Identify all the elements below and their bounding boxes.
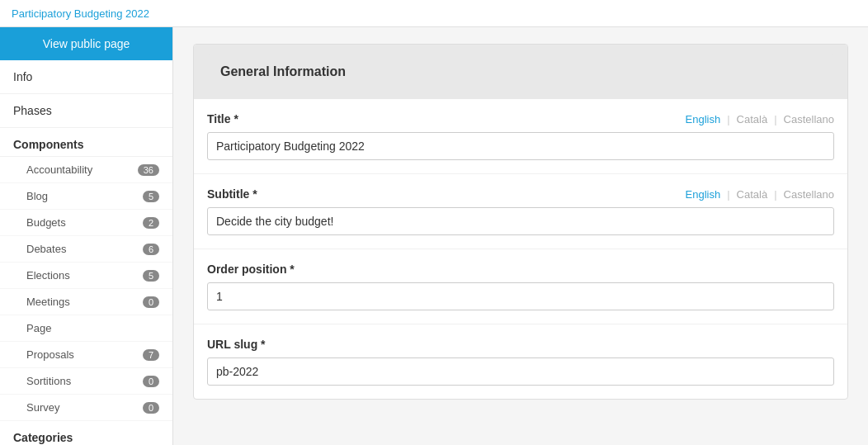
url-slug-input[interactable] [207,357,834,386]
order-position-label-row: Order position * [207,263,834,276]
top-bar: Participatory Budgeting 2022 [0,0,868,27]
section-header-wrap: General Information [194,45,847,99]
title-label: Title * [207,112,238,125]
view-public-page-button[interactable]: View public page [0,27,172,60]
title-lang-english[interactable]: English [686,113,721,125]
component-badge: 5 [143,270,159,282]
url-slug-label: URL slug * [207,338,266,351]
component-label: Elections [26,269,70,282]
title-lang-catala[interactable]: Català [737,113,768,125]
sidebar-item-proposals[interactable]: Proposals 7 [0,342,172,368]
subtitle-lang-tabs: English | Català | Castellano [686,188,834,201]
title-input[interactable] [207,132,834,160]
title-field-group: Title * English | Català | Castellano [194,99,847,174]
subtitle-lang-catala[interactable]: Català [737,188,768,201]
sidebar-item-elections[interactable]: Elections 5 [0,263,172,289]
order-position-field-group: Order position * [194,249,847,324]
sidebar-item-page[interactable]: Page [0,315,172,342]
component-label: Meetings [26,296,70,308]
subtitle-label-row: Subtitle * English | Català | Castellano [207,187,834,201]
sidebar-item-info[interactable]: Info [0,60,172,94]
component-label: Blog [26,190,48,202]
component-badge: 2 [143,217,159,229]
categories-header: Categories [0,421,172,445]
url-slug-field-group: URL slug * [194,324,847,399]
title-lang-tabs: English | Català | Castellano [686,113,834,125]
title-lang-castellano[interactable]: Castellano [784,113,834,125]
url-slug-label-row: URL slug * [207,338,834,351]
component-badge: 5 [143,191,159,202]
component-label: Debates [26,243,66,255]
subtitle-label: Subtitle * [207,187,257,201]
sidebar-item-sortitions[interactable]: Sortitions 0 [0,368,172,395]
subtitle-lang-castellano[interactable]: Castellano [784,188,834,201]
sidebar: View public page Info Phases Components … [0,27,173,445]
subtitle-lang-english[interactable]: English [686,188,721,201]
subtitle-field-group: Subtitle * English | Català | Castellano [194,174,847,249]
general-information-section: General Information Title * English | Ca… [193,44,848,400]
sidebar-item-phases[interactable]: Phases [0,94,172,128]
component-badge: 7 [143,349,159,361]
component-label: Proposals [26,348,74,361]
components-header: Components [0,128,172,157]
order-position-input[interactable] [207,282,834,310]
section-title: General Information [207,54,834,89]
component-badge: 36 [138,164,159,176]
sidebar-item-survey[interactable]: Survey 0 [0,395,172,421]
subtitle-input[interactable] [207,207,834,235]
component-label: Budgets [26,216,66,229]
component-badge: 0 [143,296,159,308]
component-badge: 6 [143,244,159,255]
content-area: General Information Title * English | Ca… [173,27,868,445]
process-title: Participatory Budgeting 2022 [12,7,149,20]
sidebar-item-meetings[interactable]: Meetings 0 [0,289,172,315]
sidebar-item-accountability[interactable]: Accountability 36 [0,157,172,183]
component-label: Sortitions [26,375,71,387]
main-layout: View public page Info Phases Components … [0,27,868,445]
component-label: Survey [26,401,59,414]
title-label-row: Title * English | Català | Castellano [207,112,834,125]
component-badge: 0 [143,402,159,414]
sidebar-item-budgets[interactable]: Budgets 2 [0,210,172,236]
sidebar-item-blog[interactable]: Blog 5 [0,183,172,210]
sidebar-item-debates[interactable]: Debates 6 [0,236,172,263]
component-label: Accountability [26,163,92,176]
order-position-label: Order position * [207,263,295,276]
component-label: Page [26,322,51,334]
component-badge: 0 [143,376,159,387]
